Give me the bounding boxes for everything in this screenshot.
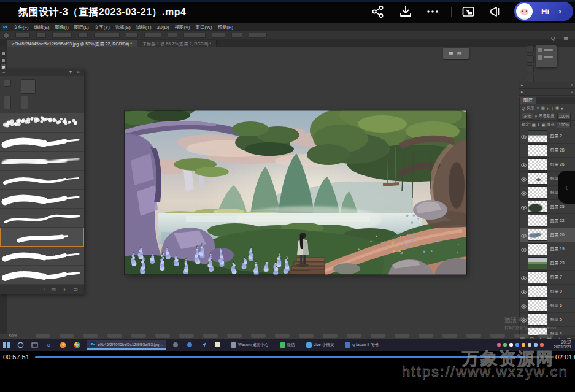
status-tab [155, 334, 170, 338]
status-tab [466, 334, 481, 338]
layer-row[interactable]: 图层 20 [520, 228, 575, 242]
layer-row[interactable]: 图层 26 [520, 158, 575, 172]
layer-row[interactable]: 图层 7 [520, 271, 575, 285]
mini-player-icon[interactable] [461, 4, 476, 19]
layer-thumbnail [528, 201, 547, 213]
layer-name: 图层 20 [550, 232, 565, 238]
start-button-icon [2, 341, 10, 349]
layer-row[interactable]: 图层 19 [520, 242, 575, 256]
player-topbar: 氛围设计-3（直播2023-03-21）.mp4 [0, 0, 575, 23]
download-icon[interactable] [398, 4, 413, 19]
options-widget [36, 33, 46, 38]
tray-icon[interactable] [515, 343, 519, 347]
layer-thumbnail [528, 257, 547, 269]
progress-bar[interactable] [35, 356, 554, 358]
topbar-divider [451, 7, 452, 17]
eye-icon[interactable] [520, 131, 528, 142]
layer-row[interactable]: 图层 6 [520, 299, 575, 313]
eye-icon[interactable] [520, 286, 528, 297]
eye-icon[interactable] [520, 201, 528, 212]
layer-row[interactable]: 图层 22 [520, 214, 575, 228]
brush-preset-row[interactable] [0, 113, 84, 133]
pinned-app-icon [186, 341, 194, 349]
layer-name: 图层 28 [550, 147, 565, 153]
layer-row[interactable]: 图层 2 [520, 129, 575, 144]
brush-preset-row[interactable] [0, 190, 84, 209]
layers-lock-row: 锁定: ▦✛▣ 填充: 100% [520, 121, 575, 129]
more-icon[interactable] [425, 4, 440, 19]
layer-row[interactable]: 图层 9 [520, 285, 575, 299]
brush-preset-row[interactable] [0, 152, 84, 171]
ps-workspace-icons: Q ▦ [551, 36, 572, 41]
status-tab [347, 334, 361, 338]
pinned-app-icon [214, 341, 222, 349]
taskbar-task-photoshop[interactable]: Pse0b45f2f4045bef5c12f9f95af93.jpg… [87, 340, 166, 350]
brush-preset-row[interactable] [0, 133, 84, 152]
ps-menu-item: 窗口(W) [195, 25, 212, 31]
taskbar-task[interactable]: Live-小精灵 [304, 340, 337, 350]
taskbar-task[interactable]: 微信 [277, 340, 298, 350]
layers-tab: 图层 [520, 97, 536, 104]
status-tab [179, 334, 194, 338]
tray-icon[interactable] [509, 343, 513, 347]
options-widget [15, 33, 30, 38]
options-widget [52, 33, 72, 38]
eye-icon[interactable] [520, 187, 528, 198]
brush-preset-row[interactable] [0, 209, 84, 228]
eye-icon[interactable] [520, 159, 528, 170]
status-tab [419, 334, 433, 338]
eye-icon[interactable] [520, 272, 528, 283]
taskbar-task[interactable]: Wacom 桌面中心 [228, 340, 271, 350]
avatar [516, 3, 533, 20]
avatar-eye [522, 10, 523, 12]
tray-icon[interactable] [503, 343, 507, 347]
status-tab [323, 334, 338, 338]
video-frame[interactable]: Ps 文件(F)编辑(E)图像(I)图层(L)文字(Y)选择(S)滤镜(T)3D… [0, 23, 575, 351]
layer-thumbnail [528, 229, 547, 241]
brush-preset-row[interactable] [0, 171, 84, 190]
progress-fill [35, 356, 525, 358]
status-tab [371, 334, 385, 338]
tray-icon[interactable] [528, 343, 531, 347]
ps-menu-item: 编辑(E) [34, 25, 50, 31]
dock-icon [527, 75, 534, 82]
eye-icon[interactable] [520, 300, 528, 311]
eye-icon[interactable] [520, 244, 528, 255]
layer-name: 图层 9 [550, 288, 562, 294]
control-bar: 倍速 超清 SVIP 字幕 查找 SVIP [0, 362, 575, 392]
status-tab [490, 334, 505, 338]
playlist-drawer-handle[interactable]: ‹ [558, 171, 575, 204]
layer-thumbnail [528, 215, 547, 227]
brush-preset-row[interactable] [0, 247, 84, 266]
user-account-button[interactable]: Hi › [514, 2, 573, 21]
brush-preset-row[interactable] [0, 228, 84, 247]
share-icon[interactable] [371, 4, 385, 19]
ps-zoom-level: 50% [9, 334, 17, 338]
progress-row: 00:57:51 02:01:0 [0, 351, 575, 362]
options-widget [231, 33, 242, 38]
megaphone-icon[interactable] [488, 4, 503, 19]
ps-menubar: Ps 文件(F)编辑(E)图像(I)图层(L)文字(Y)选择(S)滤镜(T)3D… [0, 23, 575, 31]
dock-icon [527, 55, 534, 63]
layer-row[interactable]: 图层 28 [520, 144, 575, 158]
tray-icon[interactable] [540, 343, 544, 347]
ps-float-widget: ▦ ▤ [443, 48, 469, 59]
tray-icon[interactable] [497, 343, 501, 347]
pinned-app-icon [172, 341, 180, 349]
layer-row[interactable]: 图层 23 [520, 256, 575, 271]
tray-icon[interactable] [534, 343, 538, 347]
eye-icon[interactable] [520, 173, 528, 184]
status-tab [251, 334, 266, 338]
brush-preset-row[interactable] [0, 266, 84, 285]
taskbar-task[interactable]: g-fadan-it-飞书 [342, 340, 381, 350]
ps-layers-panel: 图层 Q类型∨ ▦◐T▣● 正常∨ 不透明度: 100% 锁定: ▦✛▣ 填充:… [519, 97, 575, 344]
ps-menu-item: 帮助(H) [218, 25, 233, 31]
tray-icon[interactable] [522, 343, 525, 347]
task-view-icon [31, 341, 39, 349]
edge-icon: e [45, 341, 53, 349]
options-widget [78, 33, 88, 38]
options-widget [94, 33, 120, 38]
eye-icon[interactable] [520, 229, 528, 240]
ps-menu-item: 图层(L) [74, 25, 89, 31]
layer-thumbnail [528, 186, 547, 199]
